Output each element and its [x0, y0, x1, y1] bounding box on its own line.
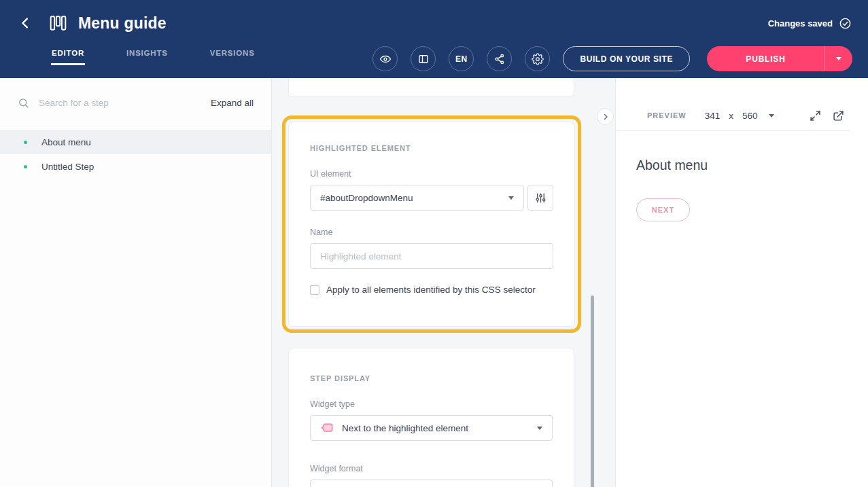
layout-button[interactable]	[411, 46, 436, 71]
step-label: About menu	[41, 137, 91, 147]
preview-title: PREVIEW	[647, 111, 687, 120]
previous-settings-card-partial	[288, 78, 574, 97]
search-icon	[18, 97, 29, 109]
tab-insights[interactable]: INSIGHTS	[126, 45, 169, 65]
preview-body: About menu NEXT	[616, 131, 868, 221]
ui-element-label: UI element	[310, 169, 553, 179]
step-status-dot	[24, 141, 27, 144]
preview-eye-button[interactable]	[372, 46, 398, 71]
section-title-highlighted-element: HIGHLIGHTED ELEMENT	[310, 144, 553, 152]
share-button[interactable]	[487, 46, 512, 71]
header-top-row: Menu guide Changes saved	[0, 0, 868, 37]
editor-scrollbar-thumb[interactable]	[591, 295, 594, 487]
widget-type-label: Widget type	[310, 399, 553, 409]
step-list-item-untitled-step[interactable]: Untitled Step	[0, 154, 271, 179]
tab-versions[interactable]: VERSIONS	[209, 45, 256, 65]
maximize-icon	[810, 110, 821, 122]
header-bottom-row: EDITOR INSIGHTS VERSIONS EN BUILD ON Y	[0, 45, 868, 71]
changes-saved-status: Changes saved	[768, 17, 852, 30]
guide-title: Menu guide	[78, 14, 167, 33]
step-status-dot	[24, 165, 27, 168]
publish-split-button: PUBLISH	[707, 46, 852, 71]
preview-panel: PREVIEW 341 x 560 About menu NEXT	[615, 78, 868, 487]
step-list-item-about-menu[interactable]: About menu	[0, 130, 271, 154]
check-circle-icon	[839, 17, 852, 30]
step-search-input[interactable]	[37, 97, 203, 109]
highlighted-element-focus-ring: HIGHLIGHTED ELEMENT UI element #aboutDro…	[282, 115, 581, 333]
name-label: Name	[310, 228, 553, 237]
tooltip-widget-icon	[320, 422, 334, 434]
build-on-your-site-button[interactable]: BUILD ON YOUR SITE	[563, 46, 690, 71]
preview-header: PREVIEW 341 x 560	[616, 101, 850, 131]
layout-icon	[417, 53, 430, 65]
chevron-down-icon	[508, 196, 514, 200]
preview-height-value: 560	[742, 111, 758, 121]
step-display-card: STEP DISPLAY Widget type Next to the hig…	[288, 348, 574, 487]
tune-sliders-icon	[534, 192, 547, 204]
preview-collapse-toggle[interactable]	[597, 108, 614, 125]
gear-icon	[532, 53, 544, 65]
external-link-icon	[833, 110, 844, 122]
preview-header-actions	[810, 110, 850, 122]
element-picker-settings-button[interactable]	[527, 185, 553, 211]
step-list: About menu Untitled Step	[0, 130, 271, 179]
section-title-step-display: STEP DISPLAY	[310, 374, 553, 382]
eye-icon	[379, 53, 392, 65]
publish-button[interactable]: PUBLISH	[707, 46, 824, 71]
chevron-right-icon	[602, 113, 610, 121]
header-actions: EN BUILD ON YOUR SITE PUBLISH	[372, 46, 852, 71]
preview-size-select[interactable]: 341 x 560	[705, 111, 774, 121]
widget-type-select[interactable]: Next to the highlighted element	[310, 415, 553, 441]
preview-open-external-button[interactable]	[833, 110, 844, 122]
steps-sidebar: Expand all About menu Untitled Step	[0, 78, 272, 487]
changes-saved-label: Changes saved	[768, 18, 833, 29]
editor-tabs: EDITOR INSIGHTS VERSIONS	[51, 45, 256, 65]
preview-width-value: 341	[705, 111, 721, 121]
chevron-down-icon	[769, 114, 774, 118]
apply-all-checkbox[interactable]	[310, 285, 319, 295]
ui-element-row: #aboutDropdownMenu	[310, 185, 553, 211]
step-label: Untitled Step	[41, 162, 94, 172]
highlighted-element-card: HIGHLIGHTED ELEMENT UI element #aboutDro…	[288, 122, 575, 327]
app-header: Menu guide Changes saved EDITOR INSIGHTS…	[0, 0, 868, 78]
preview-step-title: About menu	[636, 158, 868, 173]
ui-element-selected-value: #aboutDropdownMenu	[320, 193, 413, 203]
settings-button[interactable]	[525, 46, 550, 71]
apply-all-checkbox-row[interactable]: Apply to all elements identified by this…	[310, 285, 553, 295]
widget-format-select[interactable]	[310, 480, 553, 487]
share-icon	[493, 53, 506, 65]
preview-fullscreen-button[interactable]	[810, 110, 821, 122]
language-button[interactable]: EN	[449, 46, 474, 71]
chevron-down-icon	[537, 427, 542, 430]
tab-editor[interactable]: EDITOR	[51, 45, 85, 65]
app-logo-icon	[49, 14, 67, 32]
widget-type-selected-value: Next to the highlighted element	[342, 423, 468, 433]
preview-size-separator: x	[729, 111, 733, 121]
back-button[interactable]	[16, 14, 35, 33]
chevron-left-icon	[18, 16, 33, 31]
apply-all-label: Apply to all elements identified by this…	[326, 285, 536, 295]
chevron-down-icon	[836, 57, 841, 60]
step-search-row: Expand all	[0, 78, 271, 127]
highlighted-element-name-input[interactable]	[310, 243, 553, 269]
expand-all-link[interactable]: Expand all	[211, 98, 254, 108]
step-settings-panel: HIGHLIGHTED ELEMENT UI element #aboutDro…	[272, 78, 615, 487]
widget-format-label: Widget format	[310, 464, 553, 473]
app-root: Menu guide Changes saved EDITOR INSIGHTS…	[0, 0, 868, 487]
publish-options-button[interactable]	[824, 46, 852, 71]
preview-next-button[interactable]: NEXT	[636, 198, 690, 221]
ui-element-select[interactable]: #aboutDropdownMenu	[310, 185, 524, 211]
